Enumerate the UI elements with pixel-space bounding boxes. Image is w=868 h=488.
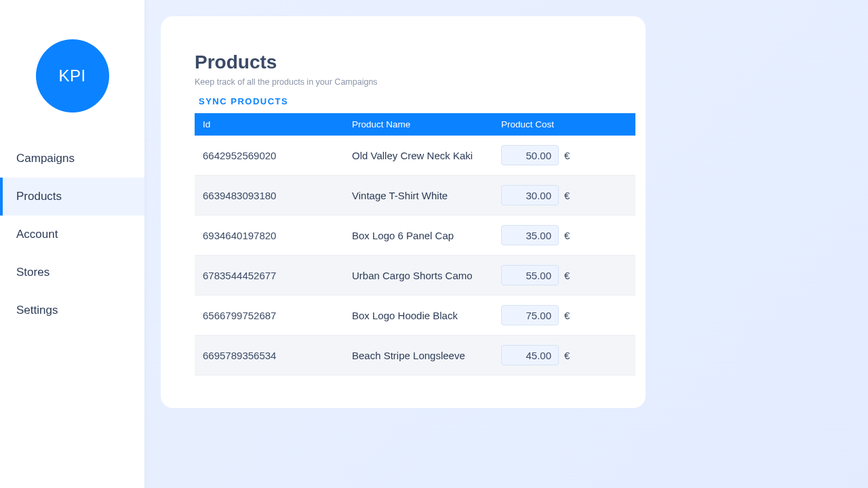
table-row: 6642952569020 Old Valley Crew Neck Kaki … <box>195 136 635 176</box>
sidebar-item-settings[interactable]: Settings <box>0 291 144 329</box>
cost-wrap: € <box>501 305 627 325</box>
cell-cost: € <box>493 256 635 296</box>
cell-id: 6934640197820 <box>195 216 344 256</box>
cell-cost: € <box>493 336 635 375</box>
cost-input[interactable] <box>501 265 559 285</box>
brand-logo-text: KPI <box>58 66 85 85</box>
col-header-cost: Product Cost <box>493 113 635 136</box>
sidebar: KPI Campaigns Products Account Stores Se… <box>0 0 144 488</box>
table-header-row: Id Product Name Product Cost <box>195 113 635 136</box>
cost-wrap: € <box>501 345 627 365</box>
cell-cost: € <box>493 176 635 216</box>
brand-logo: KPI <box>36 39 109 113</box>
cell-id: 6566799752687 <box>195 296 344 336</box>
logo-wrap: KPI <box>0 0 144 140</box>
cell-name: Vintage T-Shirt White <box>344 176 493 216</box>
table-row: 6783544452677 Urban Cargo Shorts Camo € <box>195 256 635 296</box>
cost-wrap: € <box>501 145 627 165</box>
cost-input[interactable] <box>501 305 559 325</box>
cost-wrap: € <box>501 185 627 205</box>
currency-symbol: € <box>564 230 570 241</box>
sidebar-nav: Campaigns Products Account Stores Settin… <box>0 140 144 329</box>
sidebar-item-products[interactable]: Products <box>0 178 144 216</box>
main: Products Keep track of all the products … <box>144 0 868 488</box>
currency-symbol: € <box>564 150 570 161</box>
products-card: Products Keep track of all the products … <box>161 16 646 408</box>
cell-id: 6695789356534 <box>195 336 344 375</box>
table-row: 6566799752687 Box Logo Hoodie Black € <box>195 296 635 336</box>
cost-input[interactable] <box>501 345 559 365</box>
cost-input[interactable] <box>501 145 559 165</box>
cell-name: Box Logo Hoodie Black <box>344 296 493 336</box>
cell-id: 6783544452677 <box>195 256 344 296</box>
cell-cost: € <box>493 296 635 336</box>
cell-id: 6639483093180 <box>195 176 344 216</box>
page-subtitle: Keep track of all the products in your C… <box>195 77 612 87</box>
cost-input[interactable] <box>501 225 559 245</box>
sidebar-item-account[interactable]: Account <box>0 216 144 253</box>
cell-id: 6642952569020 <box>195 136 344 176</box>
currency-symbol: € <box>564 310 570 321</box>
cell-name: Urban Cargo Shorts Camo <box>344 256 493 296</box>
cell-name: Beach Stripe Longsleeve <box>344 336 493 375</box>
table-row: 6639483093180 Vintage T-Shirt White € <box>195 176 635 216</box>
cost-input[interactable] <box>501 185 559 205</box>
cost-wrap: € <box>501 265 627 285</box>
cell-name: Box Logo 6 Panel Cap <box>344 216 493 256</box>
table-row: 6695789356534 Beach Stripe Longsleeve € <box>195 336 635 375</box>
sidebar-item-campaigns[interactable]: Campaigns <box>0 140 144 178</box>
cell-cost: € <box>493 136 635 176</box>
col-header-name: Product Name <box>344 113 493 136</box>
sidebar-item-stores[interactable]: Stores <box>0 253 144 291</box>
table-row: 6934640197820 Box Logo 6 Panel Cap € <box>195 216 635 256</box>
cost-wrap: € <box>501 225 627 245</box>
cell-name: Old Valley Crew Neck Kaki <box>344 136 493 176</box>
page-title: Products <box>195 52 612 73</box>
products-table: Id Product Name Product Cost 66429525690… <box>195 113 635 375</box>
sync-products-link[interactable]: SYNC PRODUCTS <box>195 94 292 109</box>
currency-symbol: € <box>564 350 570 361</box>
cell-cost: € <box>493 216 635 256</box>
currency-symbol: € <box>564 190 570 201</box>
col-header-id: Id <box>195 113 344 136</box>
currency-symbol: € <box>564 270 570 281</box>
